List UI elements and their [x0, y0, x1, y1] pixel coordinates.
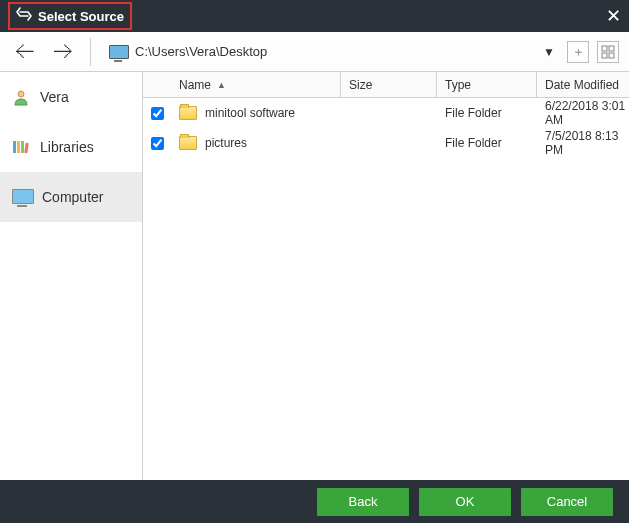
column-type[interactable]: Type — [437, 72, 537, 97]
svg-point-4 — [18, 91, 24, 97]
column-name-label: Name — [179, 78, 211, 92]
column-date-label: Date Modified — [545, 78, 619, 92]
sidebar-item-vera[interactable]: Vera — [0, 72, 142, 122]
column-date[interactable]: Date Modified — [537, 72, 629, 97]
footer: Back OK Cancel — [0, 480, 629, 523]
window-title: Select Source — [38, 9, 124, 24]
svg-rect-7 — [21, 141, 24, 153]
path-dropdown-icon[interactable]: ▼ — [539, 42, 559, 62]
folder-icon — [179, 136, 197, 150]
libraries-icon — [12, 138, 30, 156]
table-row[interactable]: pictures File Folder 7/5/2018 8:13 PM — [143, 128, 629, 158]
toolbar: 🡠 🡢 C:\Users\Vera\Desktop ▼ ＋ — [0, 32, 629, 72]
toolbar-separator — [90, 38, 91, 66]
file-date: 6/22/2018 3:01 AM — [537, 99, 629, 127]
file-name: minitool software — [205, 106, 295, 120]
body-area: Vera Libraries Computer Name ▲ Size Type… — [0, 72, 629, 480]
sidebar-item-label: Libraries — [40, 139, 94, 155]
app-icon — [16, 6, 32, 26]
forward-button[interactable]: 🡢 — [48, 37, 78, 67]
svg-rect-3 — [609, 53, 614, 58]
title-highlight: Select Source — [8, 2, 132, 30]
svg-rect-5 — [13, 141, 16, 153]
cancel-button[interactable]: Cancel — [521, 488, 613, 516]
sidebar-item-libraries[interactable]: Libraries — [0, 122, 142, 172]
svg-rect-2 — [602, 53, 607, 58]
ok-button[interactable]: OK — [419, 488, 511, 516]
sidebar: Vera Libraries Computer — [0, 72, 142, 480]
svg-rect-6 — [17, 141, 20, 153]
pathbar[interactable]: C:\Users\Vera\Desktop — [103, 38, 531, 66]
column-size-label: Size — [349, 78, 372, 92]
column-name[interactable]: Name ▲ — [171, 72, 341, 97]
sidebar-item-label: Vera — [40, 89, 69, 105]
file-name: pictures — [205, 136, 247, 150]
file-date: 7/5/2018 8:13 PM — [537, 129, 629, 157]
new-folder-icon[interactable]: ＋ — [567, 41, 589, 63]
view-mode-icon[interactable] — [597, 41, 619, 63]
file-list: Name ▲ Size Type Date Modified minitool … — [142, 72, 629, 480]
computer-icon — [12, 189, 32, 205]
monitor-icon — [109, 45, 127, 59]
titlebar: Select Source ✕ — [0, 0, 629, 32]
row-checkbox[interactable] — [151, 107, 164, 120]
close-icon[interactable]: ✕ — [606, 5, 621, 27]
table-row[interactable]: minitool software File Folder 6/22/2018 … — [143, 98, 629, 128]
folder-icon — [179, 106, 197, 120]
sidebar-item-computer[interactable]: Computer — [0, 172, 142, 222]
svg-rect-0 — [602, 46, 607, 51]
back-button[interactable]: 🡠 — [10, 37, 40, 67]
path-text: C:\Users\Vera\Desktop — [135, 44, 267, 59]
row-checkbox[interactable] — [151, 137, 164, 150]
column-size[interactable]: Size — [341, 72, 437, 97]
column-headers: Name ▲ Size Type Date Modified — [143, 72, 629, 98]
back-footer-button[interactable]: Back — [317, 488, 409, 516]
svg-rect-1 — [609, 46, 614, 51]
sort-asc-icon: ▲ — [217, 80, 226, 90]
svg-rect-8 — [24, 143, 28, 153]
file-type: File Folder — [437, 136, 537, 150]
sidebar-item-label: Computer — [42, 189, 103, 205]
file-type: File Folder — [437, 106, 537, 120]
user-icon — [12, 88, 30, 106]
column-type-label: Type — [445, 78, 471, 92]
